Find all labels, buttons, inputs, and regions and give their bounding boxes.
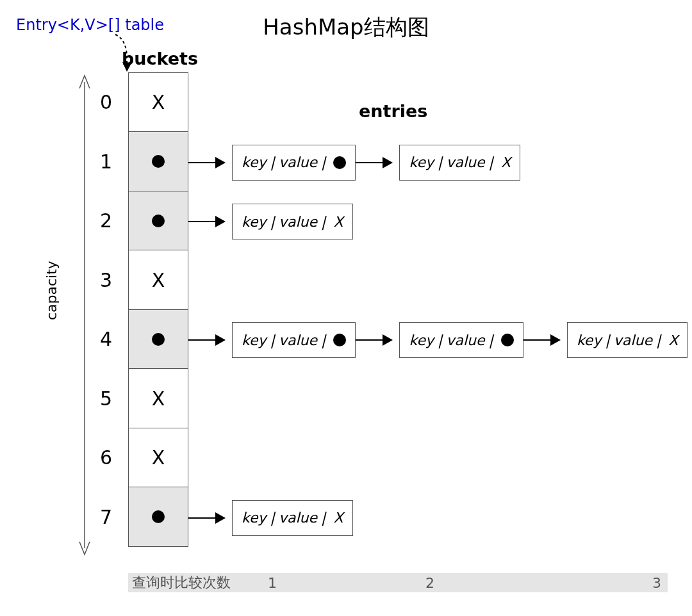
entry-value: value [279, 214, 317, 230]
entry-node: key|value|X [232, 204, 353, 239]
null-marker: X [333, 510, 343, 526]
entry-chain-row: key|value|key|value|key|value|X [188, 322, 688, 358]
entry-key: key [242, 332, 267, 348]
bucket-index: 2 [100, 209, 112, 232]
pointer-dot-icon [333, 156, 346, 169]
entry-node: key|value|X [399, 145, 520, 181]
pointer-dot-icon [333, 334, 346, 346]
entry-value: value [446, 154, 484, 170]
bucket-cell: 3X [128, 250, 188, 310]
bucket-index: 3 [100, 269, 112, 291]
entry-node: key|value|X [232, 500, 353, 536]
footer-num-2: 2 [386, 575, 543, 591]
arrow-icon [188, 145, 232, 181]
entry-chain-row: key|value|X [188, 204, 353, 239]
entries-label: entries [359, 101, 427, 121]
null-marker: X [668, 332, 678, 348]
arrow-icon [523, 322, 567, 358]
pointer-dot-icon [152, 215, 165, 227]
arrow-icon [188, 500, 232, 536]
entry-value: value [614, 332, 652, 348]
bucket-cell: 5X [128, 368, 188, 428]
entry-node: key|value| [232, 145, 356, 181]
bucket-index: 4 [100, 328, 112, 350]
entry-chain-row: key|value|X [188, 500, 353, 536]
svg-marker-0 [122, 62, 131, 72]
entry-key: key [409, 154, 434, 170]
arrow-icon [188, 204, 232, 239]
entry-node: key|value|X [567, 322, 688, 358]
pointer-dot-icon [152, 333, 165, 346]
capacity-label: capacity [44, 261, 60, 320]
entry-key: key [242, 154, 267, 170]
bucket-cell: 0X [128, 72, 188, 133]
null-marker: X [152, 91, 165, 113]
entry-value: value [446, 332, 484, 348]
entry-key: key [577, 332, 602, 348]
footer-bar: 查询时比较次数 1 2 3 [128, 573, 668, 592]
bucket-index: 0 [100, 91, 112, 113]
null-marker: X [152, 446, 165, 469]
bucket-index: 6 [100, 446, 112, 469]
diagram-container: HashMap结构图 Entry<K,V>[] table buckets en… [0, 0, 692, 616]
arrow-icon [356, 145, 399, 181]
arrow-icon [356, 322, 399, 358]
entry-chain-row: key|value|key|value|X [188, 145, 520, 181]
arrow-icon [188, 322, 232, 358]
bucket-cell: 1 [128, 131, 188, 191]
footer-num-3: 3 [543, 575, 668, 591]
pointer-dot-icon [152, 510, 165, 523]
bucket-cell: 6X [128, 428, 188, 488]
bucket-index: 7 [100, 506, 112, 528]
footer-num-1: 1 [256, 575, 386, 591]
entry-key: key [242, 510, 267, 526]
bucket-cell: 4 [128, 309, 188, 369]
entry-node: key|value| [399, 322, 523, 358]
entry-value: value [279, 154, 317, 170]
entry-key: key [409, 332, 434, 348]
entry-value: value [279, 510, 317, 526]
null-marker: X [501, 154, 511, 170]
footer-label: 查询时比较次数 [128, 573, 256, 592]
bucket-index: 5 [100, 387, 112, 410]
bucket-array: 0X123X45X6X7 [128, 73, 188, 547]
entry-node: key|value| [232, 322, 356, 358]
table-type-label: Entry<K,V>[] table [16, 16, 164, 34]
bucket-cell: 2 [128, 191, 188, 251]
null-marker: X [152, 387, 165, 410]
pointer-dot-icon [501, 334, 514, 346]
null-marker: X [152, 269, 165, 291]
bucket-cell: 7 [128, 487, 188, 547]
bucket-index: 1 [100, 150, 112, 173]
null-marker: X [333, 214, 343, 230]
entry-value: value [279, 332, 317, 348]
table-pointer-arrow [109, 33, 135, 73]
entry-key: key [242, 214, 267, 230]
capacity-double-arrow [78, 73, 91, 557]
pointer-dot-icon [152, 155, 165, 168]
